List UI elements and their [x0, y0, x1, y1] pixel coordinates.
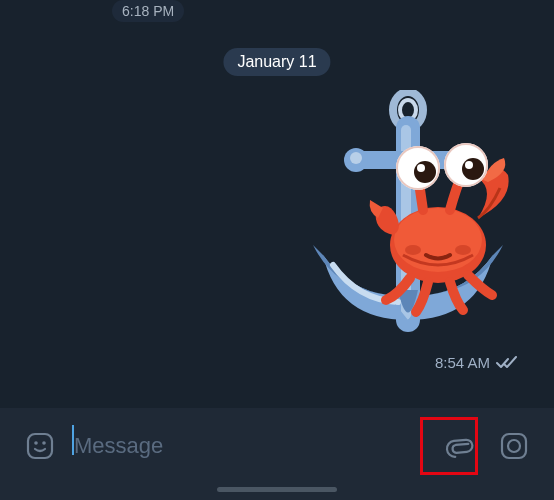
svg-point-4 [350, 152, 362, 164]
svg-point-16 [417, 164, 425, 172]
svg-point-19 [34, 441, 38, 445]
svg-point-8 [405, 245, 421, 255]
svg-point-14 [414, 161, 436, 183]
composer-bar [0, 408, 554, 500]
svg-point-9 [455, 245, 471, 255]
svg-point-20 [42, 441, 46, 445]
message-meta: 8:54 AM [435, 354, 518, 371]
message-time: 8:54 AM [435, 354, 490, 371]
svg-point-22 [508, 440, 520, 452]
svg-rect-21 [502, 434, 526, 458]
svg-point-7 [394, 208, 482, 272]
attach-button[interactable] [438, 424, 482, 468]
svg-point-17 [465, 161, 473, 169]
attach-icon [445, 431, 475, 461]
crab-on-anchor-sticker [278, 90, 518, 350]
message-input[interactable] [72, 424, 428, 468]
double-check-icon [496, 356, 518, 370]
svg-rect-18 [28, 434, 52, 458]
emoji-button[interactable] [18, 424, 62, 468]
home-indicator [217, 487, 337, 492]
emoji-icon [25, 431, 55, 461]
svg-point-15 [462, 158, 484, 180]
chat-area: 6:18 PM January 11 [0, 0, 554, 408]
sticker-message[interactable] [278, 90, 518, 350]
text-cursor [72, 425, 74, 455]
date-separator: January 11 [223, 48, 330, 76]
camera-button[interactable] [492, 424, 536, 468]
prev-message-time: 6:18 PM [112, 0, 184, 22]
camera-icon [499, 431, 529, 461]
